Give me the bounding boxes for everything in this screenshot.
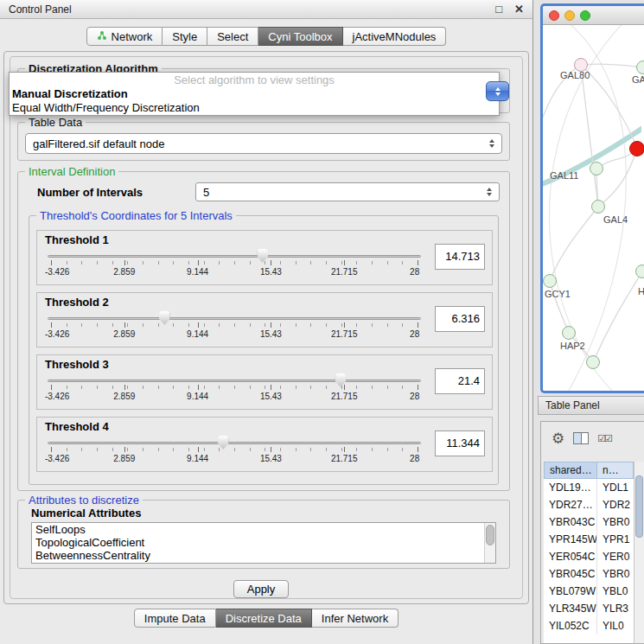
tab-discretize-data[interactable]: Discretize Data <box>216 609 312 628</box>
list-item[interactable]: SelfLoops <box>32 523 495 536</box>
tab-label: Style <box>172 30 197 43</box>
threshold-slider[interactable]: -3.426 2.859 9.144 15.43 21.715 28 <box>42 434 426 472</box>
tick-label: 15.43 <box>260 329 282 339</box>
tab-cyni-toolbox[interactable]: Cyni Toolbox <box>258 27 342 46</box>
network-node[interactable] <box>543 274 557 288</box>
network-node[interactable] <box>591 200 605 214</box>
network-node-selected[interactable] <box>629 141 644 156</box>
numerical-attributes-list[interactable]: SelfLoops TopologicalCoefficient Between… <box>31 522 496 564</box>
list-item[interactable]: BetweennessCentrality <box>32 549 495 562</box>
tick-label: 15.43 <box>260 392 282 401</box>
network-node[interactable] <box>636 61 644 74</box>
cell: YBR0 <box>597 516 634 528</box>
table-row[interactable]: YER054CYER0 <box>544 548 634 565</box>
slider-track[interactable] <box>48 442 421 444</box>
scrollbar-thumb[interactable] <box>635 475 643 538</box>
combo-arrows-icon <box>487 188 499 196</box>
network-window-titlebar[interactable] <box>543 6 644 25</box>
table-row[interactable]: YLR345WYLR3 <box>544 600 634 617</box>
table-scrollbar[interactable] <box>634 462 644 643</box>
thresholds-group: Threshold's Coordinates for 5 Intervals … <box>29 215 499 485</box>
node-label: GAL80 <box>560 70 590 80</box>
table-row[interactable]: YDR27…YDR2 <box>544 496 634 513</box>
table-row[interactable]: YIL052CYIL0 <box>544 617 634 634</box>
close-icon[interactable]: ✕ <box>514 3 524 16</box>
threshold-slider[interactable]: -3.426 2.859 9.144 15.43 21.715 28 <box>42 247 426 285</box>
table-toolbar: ⚙ ☑☑ <box>541 422 644 455</box>
cell: YDL19… <box>544 479 597 496</box>
node-label: GAL4 <box>603 214 628 225</box>
tab-jactivemnodules[interactable]: jActiveMNodules <box>343 27 447 46</box>
table-panel-window: ⚙ ☑☑ shared… n… YDL19…YDL1 YDR27…YDR2 YB… <box>540 421 644 644</box>
slider-track[interactable] <box>48 317 421 320</box>
combo-value: galFiltered.sif default node <box>26 137 489 150</box>
cell: YER0 <box>597 551 634 563</box>
bottom-tab-segment-control: Impute Data Discretize Data Infer Networ… <box>134 609 399 628</box>
tab-label: Network <box>112 30 153 43</box>
minimize-traffic-light[interactable] <box>564 10 575 21</box>
threshold-slider[interactable]: -3.426 2.859 9.144 15.43 21.715 28 <box>42 372 426 410</box>
slider-minor-ticks <box>51 323 418 327</box>
apply-button[interactable]: Apply <box>233 580 289 598</box>
tab-label: Impute Data <box>144 612 206 625</box>
table-panel-title: Table Panel <box>545 399 600 411</box>
list-item[interactable]: TopologicalCoefficient <box>32 536 495 549</box>
table-data-combo[interactable]: galFiltered.sif default node <box>25 133 502 154</box>
table-row[interactable]: YBR045CYBR0 <box>544 565 634 583</box>
table-row[interactable]: YBL079WYBL0 <box>544 583 634 600</box>
network-node[interactable] <box>586 355 600 369</box>
column-header-name[interactable]: n… <box>597 462 634 479</box>
threshold-value-box[interactable]: 11.344 <box>435 430 485 456</box>
table-row[interactable]: YDL19…YDL1 <box>544 479 634 496</box>
threshold-panel: Threshold 4 -3.426 2.859 9.144 15.43 21.… <box>36 417 493 472</box>
list-scrollbar[interactable] <box>484 523 495 563</box>
bottom-tab-bar: Impute Data Discretize Data Infer Networ… <box>0 609 532 628</box>
column-header-shared-name[interactable]: shared… <box>544 462 597 479</box>
gear-icon[interactable]: ⚙ <box>552 431 564 446</box>
cell: YBR0 <box>597 568 634 580</box>
threshold-value-box[interactable]: 14.713 <box>435 244 485 270</box>
network-icon <box>97 30 107 43</box>
slider-track[interactable] <box>48 379 421 382</box>
group-label: Interval Definition <box>25 165 118 178</box>
slider-track[interactable] <box>48 255 421 258</box>
network-node[interactable] <box>590 162 603 175</box>
tab-label: jActiveMNodules <box>353 30 437 43</box>
table-row[interactable]: YPR145WYPR1 <box>544 531 634 548</box>
zoom-traffic-light[interactable] <box>580 10 590 21</box>
cell: YLR3 <box>597 603 634 615</box>
group-label: Attributes to discretize <box>25 494 143 507</box>
slider-scale: -3.426 2.859 9.144 15.43 21.715 28 <box>51 247 418 285</box>
combo-stepper-button[interactable] <box>486 81 509 101</box>
minimize-icon[interactable]: □ <box>495 3 502 16</box>
tab-infer-network[interactable]: Infer Network <box>312 609 399 628</box>
num-intervals-combo[interactable]: 5 <box>195 182 500 201</box>
tick-label: 21.715 <box>331 392 358 401</box>
tab-impute-data[interactable]: Impute Data <box>134 609 216 628</box>
table-columns-icon[interactable] <box>573 432 589 444</box>
node-label: HAP2 <box>560 341 585 351</box>
table-row[interactable]: YBR043CYBR0 <box>544 513 634 531</box>
threshold-value-box[interactable]: 6.316 <box>435 306 485 332</box>
node-label: H <box>638 286 644 296</box>
network-canvas[interactable]: GAL80 GA GAL11 GAL4 GCY1 H HAP2 <box>543 25 641 391</box>
threshold-slider[interactable]: -3.426 2.859 9.144 15.43 21.715 28 <box>42 309 426 348</box>
tab-label: Select <box>217 30 248 43</box>
cell: YLR345W <box>544 600 597 617</box>
scrollbar-thumb[interactable] <box>486 525 494 545</box>
tab-select[interactable]: Select <box>207 27 258 46</box>
tab-style[interactable]: Style <box>163 27 207 46</box>
threshold-value-box[interactable]: 21.4 <box>435 368 485 394</box>
close-traffic-light[interactable] <box>549 10 559 21</box>
network-node[interactable] <box>562 326 576 340</box>
select-columns-icon[interactable]: ☑☑ <box>597 433 611 444</box>
network-view-window: GAL80 GA GAL11 GAL4 GCY1 H HAP2 <box>540 3 644 393</box>
tab-network[interactable]: Network <box>86 27 163 46</box>
cell: YPR145W <box>544 531 597 548</box>
slider-scale: -3.426 2.859 9.144 15.43 21.715 28 <box>51 309 418 348</box>
slider-minor-ticks <box>51 448 418 451</box>
table-panel-header: Table Panel <box>538 396 644 415</box>
menu-item-manual-discretization[interactable]: Manual Discretization <box>10 87 499 101</box>
menu-item-equal-width-frequency[interactable]: Equal Width/Frequency Discretization <box>10 101 499 115</box>
network-node[interactable] <box>635 265 644 278</box>
